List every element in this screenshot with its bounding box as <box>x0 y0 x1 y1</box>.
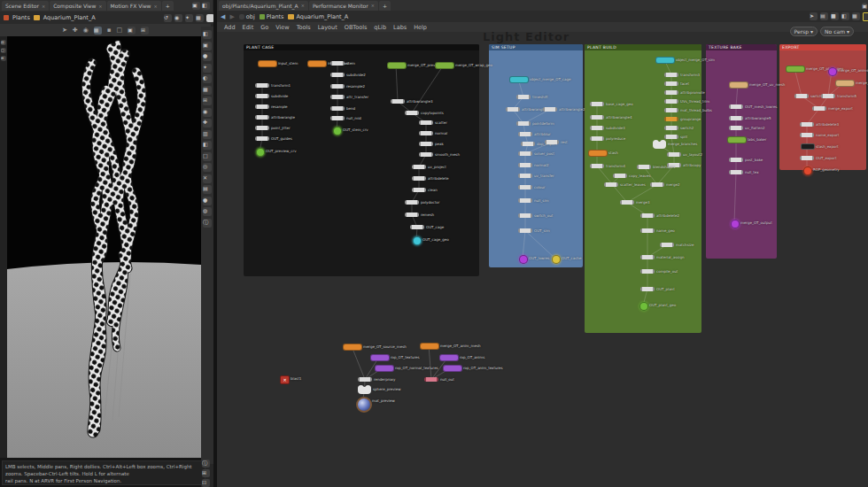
info-icon[interactable]: ⓘ <box>202 460 210 468</box>
node-object_merge_OT_cage[interactable]: object_merge_OT_cage <box>509 76 529 83</box>
node-rop_OT_anims[interactable]: rop_OT_anims <box>439 354 459 361</box>
tab-scene-editor[interactable]: Scene Editor × <box>2 1 49 11</box>
node-stash[interactable]: stash <box>588 150 608 157</box>
menu-go[interactable]: Go <box>260 24 268 31</box>
node-OUT_plant_geo[interactable]: OUT_plant_geo <box>639 302 648 311</box>
snapshot-icon[interactable]: ◉ <box>174 14 182 22</box>
node-resample2[interactable]: resample2 <box>330 84 345 89</box>
node-pointdeform[interactable]: pointdeform <box>516 121 531 126</box>
node-ROP_geometry[interactable]: ROP_geometry <box>803 166 812 175</box>
close-icon[interactable]: × <box>301 3 305 8</box>
node-attribwrangle1[interactable]: attribwrangle1 <box>506 107 520 112</box>
node-polydoctor[interactable]: polydoctor <box>405 200 419 205</box>
node-base_cage_geo[interactable]: base_cage_geo <box>590 102 604 106</box>
node-copy_leaves[interactable]: copy_leaves <box>613 174 627 178</box>
shade-icon[interactable]: ◐ <box>203 74 212 83</box>
node-renderproxy[interactable]: renderproxy <box>358 377 372 382</box>
camera-selector[interactable]: No cam ▾ <box>820 27 854 36</box>
node-colour[interactable]: colour <box>518 185 532 189</box>
node-blendshapes[interactable]: blendshapes <box>637 165 651 169</box>
axis-icon[interactable]: ✕ <box>203 174 212 183</box>
node-bend[interactable]: bend <box>330 106 345 111</box>
forward-icon[interactable]: ▶ <box>229 13 234 20</box>
node-attribwrangle2[interactable]: attribwrangle2 <box>543 107 557 112</box>
node-null_out[interactable]: null_out <box>424 377 438 382</box>
node-merge_OT_output[interactable]: merge_OT_output <box>731 220 740 228</box>
tab-motion-fx-view[interactable]: Motion FX View × <box>107 1 161 11</box>
node-stash_export[interactable]: stash_export <box>801 143 815 150</box>
node-merge_OT_preview_mesh[interactable]: merge_OT_preview_mesh <box>387 62 407 69</box>
menu-qlib[interactable]: qLib <box>374 24 386 31</box>
menu-obtools[interactable]: OBTools <box>345 24 368 31</box>
view-quad-icon[interactable]: ⊞ <box>1 56 6 61</box>
node-OUT_plant[interactable]: OUT_plant <box>640 287 655 291</box>
pane-split-icon[interactable]: ◧ <box>202 2 210 10</box>
node-name_geo[interactable]: name_geo <box>640 228 655 233</box>
node-attr_transfer[interactable]: attr_transfer <box>330 95 345 99</box>
pane-maximize-icon[interactable]: ▣ <box>192 2 200 10</box>
node-rop_OT_normal_textures[interactable]: rop_OT_normal_textures <box>375 365 394 372</box>
undo-icon[interactable]: ↺ <box>164 14 172 22</box>
node-OUT_mesh_lowres[interactable]: OUT_mesh_lowres <box>729 104 743 109</box>
node-null_sim[interactable]: null_sim <box>518 198 532 203</box>
grid-icon[interactable]: ⊞ <box>141 27 149 35</box>
normals-icon[interactable]: ⊞ <box>203 97 212 105</box>
node-OUT_cage[interactable]: OUT_cage <box>410 225 424 229</box>
node-attribwrangle3[interactable]: attribwrangle3 <box>391 99 405 104</box>
render-icon[interactable]: ✦ <box>185 14 193 22</box>
path-root[interactable]: Plants <box>12 14 30 21</box>
node-merge_OT_plant_geo[interactable]: merge_OT_plant_geo <box>786 66 805 73</box>
handles-icon[interactable]: ✚ <box>203 119 212 128</box>
ghost-icon[interactable]: ◎ <box>203 163 212 172</box>
new-tab-button[interactable]: + <box>379 1 391 11</box>
node-material_assign[interactable]: material_assign <box>640 255 655 259</box>
secure-selection-icon[interactable]: ▦ <box>94 27 102 35</box>
gallery-icon[interactable]: ▦ <box>852 12 860 20</box>
node-matchsize[interactable]: matchsize <box>660 243 674 247</box>
node-rest[interactable]: rest <box>545 140 559 144</box>
path-asset[interactable]: Aquarium_Plant_A <box>43 14 96 21</box>
persp-view-selector[interactable]: Persp ▾ <box>790 27 818 36</box>
node-copytopoints[interactable]: copytopoints <box>405 111 419 115</box>
node-merge2[interactable]: merge2 <box>650 182 664 187</box>
visualizer-icon[interactable]: ● <box>203 197 212 205</box>
snap-grid-icon[interactable]: ▥ <box>203 130 212 139</box>
node-attribwrangle[interactable]: attribwrangle <box>255 115 269 120</box>
node-uv_flatten2[interactable]: uv_flatten2 <box>729 126 743 130</box>
node-sphere_preview[interactable]: sphere_preview <box>358 387 371 394</box>
menu-labs[interactable]: Labs <box>393 24 407 31</box>
node-labs_baker[interactable]: labs_baker <box>727 136 747 143</box>
node-switch_res[interactable]: switch_res <box>794 94 809 98</box>
viewport-canvas[interactable] <box>7 36 201 459</box>
node-merge_OT_source_mesh[interactable]: merge_OT_source_mesh <box>343 344 362 351</box>
node-OUT_export[interactable]: OUT_export <box>800 156 814 160</box>
node-transform1[interactable]: transform1 <box>255 83 269 88</box>
node-split[interactable]: split <box>664 135 678 139</box>
node-blast1[interactable]: ✕blast1 <box>280 375 290 384</box>
node-attribwrangle5[interactable]: attribwrangle5 <box>729 116 743 120</box>
template-icon[interactable]: □ <box>203 152 212 161</box>
node-post_bake[interactable]: post_bake <box>729 158 743 162</box>
points-icon[interactable]: ◉ <box>203 108 212 117</box>
node-merge_OT_uv_tex[interactable]: merge_OT_uv_tex <box>835 80 855 87</box>
node-peak[interactable]: peak <box>419 142 433 146</box>
view-layout-icon[interactable]: ▤ <box>1 40 6 45</box>
frame-icon[interactable]: ▣ <box>128 27 136 35</box>
node-compile_out[interactable]: compile_out <box>640 269 655 274</box>
menu-add[interactable]: Add <box>224 24 236 31</box>
breadcrumb-obj[interactable]: obj <box>239 13 255 20</box>
node-attribwrangle4[interactable]: attribwrangle4 <box>590 115 604 120</box>
node-rop_OT_textures[interactable]: rop_OT_textures <box>370 354 390 361</box>
node-clean[interactable]: clean <box>412 188 426 192</box>
view-single-icon[interactable]: □ <box>1 48 6 53</box>
breadcrumb-plants[interactable]: Plants <box>260 13 284 20</box>
split-icon[interactable]: ◧ <box>841 12 849 20</box>
node-OUT_sim[interactable]: OUT_sim <box>518 228 532 233</box>
close-icon[interactable]: × <box>371 3 375 8</box>
node-switch2[interactable]: switch2 <box>664 126 678 130</box>
node-stem[interactable]: stem <box>330 61 345 66</box>
node-solver_post[interactable]: solver_post <box>518 151 532 156</box>
tab-network-aquarium-plant[interactable]: obj/Plants/Aquarium_Plant_A × <box>219 1 308 11</box>
select-icon[interactable]: ➤ <box>62 27 67 34</box>
node-facet[interactable]: facet <box>664 81 678 86</box>
